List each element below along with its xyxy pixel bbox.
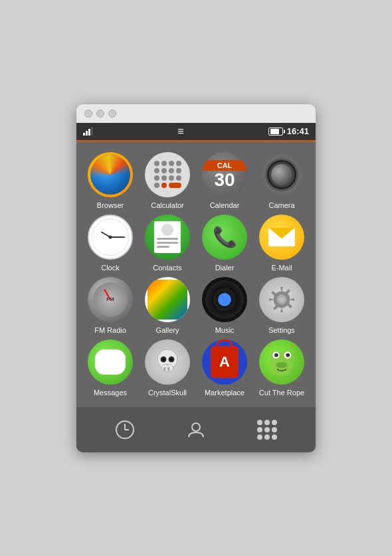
app-item-contacts[interactable]: Contacts [142,215,193,272]
status-time: 16:41 [287,126,309,136]
svg-marker-19 [268,344,270,346]
battery-icon [268,128,283,136]
dock-contacts[interactable] [176,414,216,446]
vinyl-record [205,280,244,319]
svg-point-9 [170,357,173,361]
calculator-label: Calculator [151,201,184,209]
status-right: 16:41 [268,126,309,136]
svg-marker-20 [291,344,293,346]
settings-label: Settings [268,326,295,334]
gallery-label: Gallery [156,326,179,334]
browser-label: Browser [97,201,124,209]
dock-recent[interactable] [105,414,145,446]
traffic-light-close[interactable] [84,110,92,118]
app-item-messages[interactable]: Messages [84,339,136,397]
dialer-label: Dialer [215,264,235,272]
rope-label: Cut The Rope [259,389,304,397]
app-item-music[interactable]: Music [199,277,250,334]
market-a: A [219,353,230,371]
app-item-camera[interactable]: Camera [256,152,308,209]
clock-center-dot [109,235,112,238]
camera-icon [259,152,304,197]
calc-dots [154,161,181,188]
app-item-marketplace[interactable]: A Marketplace [199,339,250,397]
app-item-browser[interactable]: Browser [84,152,136,209]
music-label: Music [215,326,235,334]
radio-icon: FM [88,277,133,322]
signal-icon [83,127,93,136]
app-item-gallery[interactable]: Gallery [142,277,193,334]
clock-icon [88,215,133,260]
app-item-clock[interactable]: Clock [84,215,136,272]
svg-point-24 [192,423,200,431]
svg-rect-5 [167,367,170,371]
gallery-icon [145,277,190,322]
app-item-email[interactable]: E-Mail [256,215,308,272]
email-flap [268,228,295,239]
window-frame: ≡ 16:41 Browser [76,104,316,452]
phone-body: ≡ 16:41 Browser [76,123,316,452]
app-item-calculator[interactable]: Calculator [142,152,193,209]
camera-lens [269,162,294,187]
dock-apps-icon [255,418,279,442]
speech-bubble [95,349,126,375]
marketplace-icon: A [202,339,247,385]
calendar-date: 30 [214,171,235,189]
messages-label: Messages [94,389,127,397]
email-label: E-Mail [271,264,292,272]
contacts-label: Contacts [153,264,181,272]
vinyl-label [218,293,231,306]
dock-dots-grid [257,420,277,440]
music-icon [202,277,247,322]
status-bar: ≡ 16:41 [76,123,316,141]
phone-symbol: 📞 [213,225,237,248]
calendar-icon: CAL 30 [202,152,247,197]
messages-icon [88,339,133,385]
radio-gauge: FM [93,282,128,317]
app-item-rope[interactable]: Cut The Rope [256,339,308,397]
svg-rect-4 [163,367,166,371]
skull-svg [151,345,184,379]
traffic-light-min[interactable] [96,110,104,118]
radio-label: FM Radio [94,326,126,334]
clock-label: Clock [101,264,120,272]
svg-point-17 [286,353,290,357]
calendar-label: Calendar [210,201,240,209]
camera-label: Camera [268,201,294,209]
clock-minute-hand [110,236,125,238]
gear-svg [264,282,299,317]
skull-label: CrystalSkull [148,389,187,397]
browser-icon [88,152,133,197]
title-bar [76,104,316,123]
svg-point-1 [279,297,284,302]
dock-contacts-icon [184,418,208,442]
email-icon [259,215,304,260]
app-item-dialer[interactable]: 📞 Dialer [199,215,250,272]
gallery-thumbnail [147,280,187,320]
svg-point-16 [274,353,278,357]
rope-icon [259,339,304,385]
frog-svg [262,343,301,381]
calculator-icon [145,152,190,197]
market-bag: A [211,346,239,378]
app-item-skull[interactable]: CrystalSkull [142,339,193,397]
settings-icon [259,277,304,322]
dock-bar [76,407,316,452]
app-item-calendar[interactable]: CAL 30 Calendar [199,152,250,209]
contacts-book [154,221,181,253]
traffic-light-max[interactable] [108,110,116,118]
clock-face [92,219,129,256]
menu-icon[interactable]: ≡ [177,126,183,138]
app-item-settings[interactable]: Settings [256,277,308,334]
dialer-icon: 📞 [202,215,247,260]
skull-icon [145,339,190,385]
dock-recent-icon [113,418,137,442]
app-item-radio[interactable]: FM FM Radio [84,277,136,334]
contacts-icon [145,215,190,260]
svg-point-18 [276,362,287,368]
marketplace-label: Marketplace [205,389,245,397]
app-grid: Browser Calculator CAL 30 [76,141,316,407]
dock-apps[interactable] [247,414,287,446]
status-left [83,127,93,136]
svg-point-8 [162,357,165,361]
